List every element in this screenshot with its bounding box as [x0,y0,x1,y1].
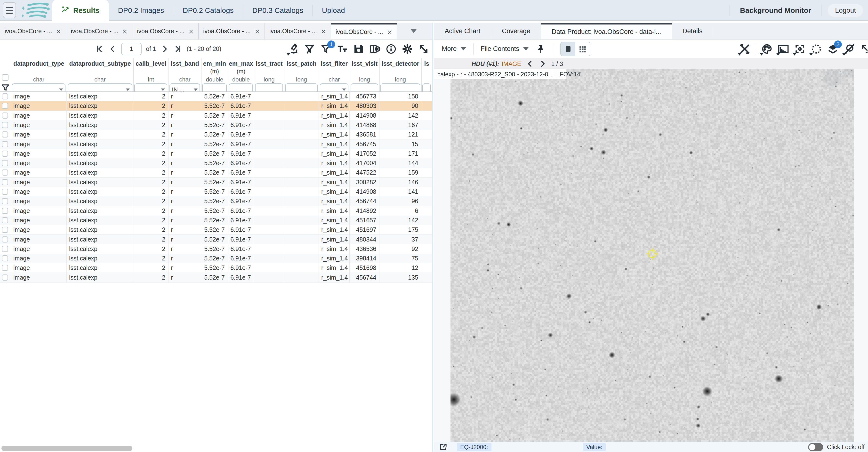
column-header-lsst_band[interactable]: lsst_band [168,60,201,67]
table-row[interactable]: imagelsst.calexp2r5.52e-76.91e-7r_sim_1.… [0,244,432,254]
save-icon[interactable] [353,43,364,55]
table-tab-6[interactable]: ivoa.ObsCore - ... [331,23,397,39]
column-filter-input-lsst_band[interactable]: IN ... [169,83,200,92]
column-filter-input-lsst_detector[interactable] [380,83,420,92]
column-filter-input-lsst_tract[interactable] [255,83,283,92]
expand-icon[interactable] [860,43,868,55]
table-row[interactable]: imagelsst.calexp2r5.52e-76.91e-7r_sim_1.… [0,254,432,263]
table-row[interactable]: imagelsst.calexp2r5.52e-76.91e-7r_sim_1.… [0,187,432,197]
info-icon[interactable] [385,43,397,55]
tools-icon[interactable] [739,43,750,55]
table-row[interactable]: imagelsst.calexp2r5.52e-76.91e-7r_sim_1.… [0,111,432,121]
table-row[interactable]: imagelsst.calexp2r5.52e-76.91e-7r_sim_1.… [0,235,432,244]
hdu-prev-button[interactable] [526,60,534,67]
row-checkbox[interactable] [2,227,8,233]
table-row[interactable]: imagelsst.calexp2r5.52e-76.91e-7r_sim_1.… [0,197,432,206]
column-filter-input-em_min[interactable] [202,83,227,92]
column-filter-input-dataproduct_type[interactable] [12,83,65,92]
recenter-icon[interactable] [794,43,805,55]
row-checkbox[interactable] [2,103,8,109]
row-checkbox[interactable] [2,246,8,252]
next-page-button[interactable] [160,44,169,53]
row-checkbox[interactable] [2,122,8,128]
column-header-em_max[interactable]: em_max [228,60,254,67]
horizontal-scrollbar-thumb[interactable] [1,446,132,451]
close-icon[interactable] [255,29,260,34]
column-header-ls[interactable]: ls [422,60,432,67]
filters-icon[interactable]: 1 [320,43,332,55]
table-row[interactable]: imagelsst.calexp2r5.52e-76.91e-7r_sim_1.… [0,120,432,130]
table-row[interactable]: imagelsst.calexp2r5.52e-76.91e-7r_sim_1.… [0,216,432,225]
column-filter-input-ls[interactable] [422,83,431,92]
single-view-icon[interactable] [561,42,575,56]
table-row[interactable]: imagelsst.calexp2r5.52e-76.91e-7r_sim_1.… [0,273,432,282]
viewer-tab-active-chart[interactable]: Active Chart [434,23,491,39]
column-header-lsst_detector[interactable]: lsst_detector [379,60,422,67]
row-checkbox[interactable] [2,208,8,214]
viewer-tab-data-product[interactable]: Data Product: ivoa.ObsCore - data-i... [541,23,672,39]
logout-button[interactable]: Logout [828,4,863,17]
last-page-button[interactable] [174,44,182,53]
close-icon[interactable] [321,29,326,34]
row-checkbox[interactable] [2,113,8,119]
viewer-tab-coverage[interactable]: Coverage [491,23,541,39]
column-filter-input-calib_level[interactable] [134,83,167,92]
table-row[interactable]: imagelsst.calexp2r5.52e-76.91e-7r_sim_1.… [0,158,432,168]
close-icon[interactable] [122,29,127,34]
column-header-lsst_filter[interactable]: lsst_filter [319,60,350,67]
clear-filters-icon[interactable] [304,43,315,55]
row-checkbox[interactable] [2,160,8,166]
popout-icon[interactable] [439,443,447,451]
prev-page-button[interactable] [108,44,117,53]
table-tab-5[interactable]: ivoa.ObsCore - ... [265,23,331,39]
table-row[interactable]: imagelsst.calexp2r5.52e-76.91e-7r_sim_1.… [0,263,432,273]
column-filter-input-dataproduct_subtype[interactable] [68,83,132,92]
table-tab-4[interactable]: ivoa.ObsCore - ... [198,23,265,39]
click-lock-toggle[interactable] [808,443,823,451]
table-row[interactable]: imagelsst.calexp2r5.52e-76.91e-7r_sim_1.… [0,149,432,159]
table-row[interactable]: imagelsst.calexp2r5.52e-76.91e-7r_sim_1.… [0,130,432,140]
close-icon[interactable] [387,29,392,35]
row-checkbox[interactable] [2,151,8,157]
nav-tab-upload[interactable]: Upload [313,0,354,21]
column-filter-input-lsst_patch[interactable] [285,83,318,92]
row-checkbox[interactable] [2,198,8,204]
data-products-dropdown-icon[interactable] [288,43,299,55]
row-checkbox[interactable] [2,255,8,262]
more-dropdown[interactable]: More [442,45,466,53]
row-checkbox[interactable] [2,217,8,223]
nav-tab-dp0-2-catalogs[interactable]: DP0.2 Catalogs [173,0,243,21]
table-tab-3[interactable]: ivoa.ObsCore - ... [132,23,198,39]
table-row[interactable]: imagelsst.calexp2r5.52e-76.91e-7r_sim_1.… [0,225,432,235]
table-row[interactable]: imagelsst.calexp2r5.52e-76.91e-7r_sim_1.… [0,101,432,111]
text-view-icon[interactable] [337,43,348,55]
viewer-tab-details[interactable]: Details [672,23,713,39]
nav-tab-dp0-2-images[interactable]: DP0.2 Images [108,0,173,21]
row-checkbox[interactable] [2,179,8,185]
table-row[interactable]: imagelsst.calexp2r5.52e-76.91e-7r_sim_1.… [0,92,432,101]
file-contents-dropdown[interactable]: File Contents [481,45,529,53]
close-icon[interactable] [188,29,194,34]
layers-icon[interactable]: 2 [827,43,838,55]
table-tab-1[interactable]: ivoa.ObsCore - ... [0,23,66,39]
star-field-image[interactable] [451,69,854,442]
column-header-lsst_tract[interactable]: lsst_tract [254,60,284,67]
hdu-next-button[interactable] [539,60,546,67]
panel-splitter[interactable] [433,23,433,452]
column-filter-input-em_max[interactable] [229,83,253,92]
select-all-checkbox[interactable] [2,74,8,81]
settings-icon[interactable] [402,43,413,55]
table-row[interactable]: imagelsst.calexp2r5.52e-76.91e-7r_sim_1.… [0,140,432,149]
column-header-lsst_visit[interactable]: lsst_visit [350,60,379,67]
table-row[interactable]: imagelsst.calexp2r5.52e-76.91e-7r_sim_1.… [0,168,432,178]
table-row[interactable]: imagelsst.calexp2r5.52e-76.91e-7r_sim_1.… [0,178,432,187]
column-filter-input-lsst_visit[interactable] [350,83,378,92]
tab-overflow-dropdown-icon[interactable] [411,29,416,33]
wcs-unlock-icon[interactable] [844,43,855,55]
nav-tab-dp0-3-catalogs[interactable]: DP0.3 Catalogs [243,0,313,21]
nav-tab-results[interactable]: Results [52,0,108,21]
column-header-dataproduct_type[interactable]: dataproduct_type [11,60,67,67]
pin-icon[interactable] [536,43,546,55]
column-header-lsst_patch[interactable]: lsst_patch [284,60,319,67]
expand-icon[interactable] [418,43,429,55]
